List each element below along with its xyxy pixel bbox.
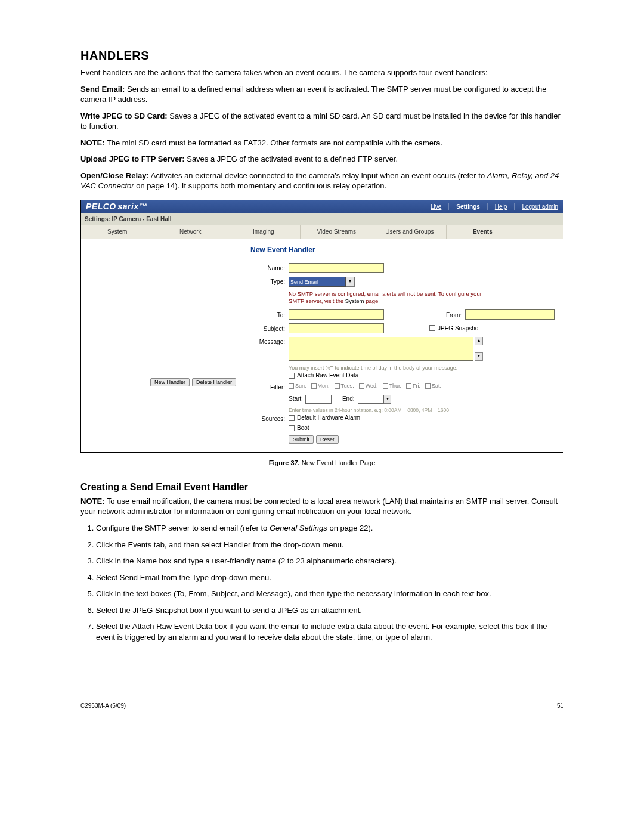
reset-button[interactable]: Reset — [316, 435, 339, 444]
relay-text1: Activates an external device connected t… — [151, 171, 487, 180]
note-sd-label: NOTE: — [80, 138, 104, 147]
tabs-row: System Network Imaging Video Streams Use… — [81, 225, 563, 239]
to-input[interactable] — [289, 309, 384, 320]
start-input[interactable] — [305, 395, 332, 404]
write-jpeg-label: Write JPEG to SD Card: — [80, 112, 168, 120]
message-hint: You may insert %T to indicate time of da… — [289, 364, 555, 371]
topbar-links: Live Settings Help Logout admin — [431, 203, 558, 211]
send-email-text: Sends an email to a defined email addres… — [80, 85, 546, 104]
day-thu[interactable]: Thur. — [383, 382, 402, 389]
footer-left: C2953M-A (5/09) — [80, 702, 126, 710]
bullet-upload-ftp: Upload JPEG to FTP Server: Saves a JPEG … — [80, 154, 564, 165]
new-handler-button[interactable]: New Handler — [150, 378, 190, 386]
brand-sub: sarix™ — [118, 202, 148, 211]
subject-label: Subject: — [250, 324, 285, 333]
warn-system-link[interactable]: System — [345, 298, 364, 304]
tab-video-streams[interactable]: Video Streams — [301, 225, 374, 239]
end-label: End: — [342, 395, 355, 403]
logout-link[interactable]: Logout admin — [522, 203, 558, 211]
type-selected-value: Send Email — [289, 277, 346, 287]
from-input[interactable] — [465, 309, 555, 320]
source-boot-checkbox[interactable] — [289, 425, 295, 431]
note-lan-label: NOTE: — [80, 497, 104, 506]
source-hardware-alarm-checkbox[interactable] — [289, 415, 295, 421]
subheading: Creating a Send Email Event Handler — [80, 481, 564, 494]
send-email-label: Send Email: — [80, 85, 125, 94]
steps-list: Configure the SMTP server to send email … — [80, 523, 564, 642]
day-sat[interactable]: Sat. — [425, 382, 441, 389]
panel-body: New Handler Delete Handler New Event Han… — [81, 239, 563, 453]
subject-input[interactable] — [289, 323, 384, 333]
brand-logo: PELCO — [86, 202, 116, 211]
bullet-relay: Open/Close Relay: Activates an external … — [80, 171, 564, 191]
message-input[interactable] — [289, 337, 473, 361]
step-4: Select Send Email from the Type drop-dow… — [96, 572, 564, 583]
day-mon[interactable]: Mon. — [311, 382, 330, 389]
relay-text2: on page 14). It supports both momentary … — [136, 181, 386, 190]
relay-label: Open/Close Relay: — [80, 171, 149, 180]
source-boot-label: Boot — [297, 424, 309, 432]
type-select[interactable]: Send Email ▾ — [289, 277, 355, 287]
filter-label: Filter: — [250, 382, 285, 392]
figure-text: New Event Handler Page — [302, 459, 376, 466]
step-6: Select the JPEG Snapshot box if you want… — [96, 605, 564, 616]
day-fri[interactable]: Fri. — [406, 382, 420, 389]
form-title: New Event Handler — [250, 245, 555, 255]
attach-raw-checkbox[interactable] — [289, 373, 295, 379]
note-lan-text: To use email notification, the camera mu… — [80, 497, 558, 516]
filter-days: Sun. Mon. Tues. Wed. Thur. Fri. Sat. — [289, 382, 441, 389]
figure-panel: PELCO sarix™ Live Settings Help Logout a… — [80, 200, 564, 453]
help-link[interactable]: Help — [495, 203, 507, 211]
delete-handler-button[interactable]: Delete Handler — [192, 378, 236, 386]
attach-raw-label: Attach Raw Event Data — [297, 371, 358, 380]
sidebar: New Handler Delete Handler — [81, 239, 242, 453]
sep-icon — [487, 203, 488, 210]
chevron-down-icon[interactable]: ▾ — [346, 277, 355, 287]
smtp-warning: No SMTP server is configured; email aler… — [289, 290, 491, 305]
topbar: PELCO sarix™ Live Settings Help Logout a… — [81, 200, 563, 213]
settings-link[interactable]: Settings — [456, 203, 479, 211]
tab-trailing[interactable] — [519, 225, 563, 239]
from-label: From: — [438, 310, 462, 320]
step-1: Configure the SMTP server to send email … — [96, 523, 564, 534]
chevron-down-icon[interactable]: ▾ — [384, 395, 391, 404]
sep-icon — [448, 203, 449, 210]
live-link[interactable]: Live — [431, 203, 441, 211]
scroll-down-icon[interactable]: ▾ — [475, 352, 483, 361]
warn-t2: page. — [366, 298, 380, 304]
bullet-write-jpeg: Write JPEG to SD Card: Saves a JPEG of t… — [80, 111, 564, 132]
step-5: Click in the text boxes (To, From, Subje… — [96, 589, 564, 599]
sources-label: Sources: — [250, 414, 285, 423]
jpeg-snapshot-checkbox[interactable] — [429, 325, 435, 331]
note-lan: NOTE: To use email notification, the cam… — [80, 496, 564, 517]
note-sd: NOTE: The mini SD card must be formatted… — [80, 138, 564, 148]
tab-users-groups[interactable]: Users and Groups — [373, 225, 447, 239]
submit-button[interactable]: Submit — [289, 435, 314, 444]
day-wed[interactable]: Wed. — [359, 382, 378, 389]
form-area: New Event Handler Name: Type: Send Email… — [242, 239, 563, 453]
tab-network[interactable]: Network — [154, 225, 228, 239]
step-2: Click the Events tab, and then select Ha… — [96, 540, 564, 550]
jpeg-snapshot-label: JPEG Snapshot — [438, 324, 480, 333]
warn-t1: No SMTP server is configured; email aler… — [289, 290, 482, 304]
tab-events[interactable]: Events — [447, 225, 520, 239]
note-sd-text: The mini SD card must be formatted as FA… — [107, 138, 442, 147]
step-3: Click in the Name box and type a user-fr… — [96, 556, 564, 566]
upload-ftp-label: Upload JPEG to FTP Server: — [80, 154, 185, 163]
start-label: Start: — [289, 395, 303, 403]
tab-system[interactable]: System — [81, 225, 154, 239]
day-sun[interactable]: Sun. — [289, 382, 306, 389]
name-label: Name: — [250, 263, 285, 272]
upload-ftp-text: Saves a JPEG of the activated event to a… — [187, 154, 398, 163]
bullet-send-email: Send Email: Sends an email to a defined … — [80, 84, 564, 105]
tab-imaging[interactable]: Imaging — [227, 225, 301, 239]
end-input[interactable] — [358, 395, 384, 404]
name-input[interactable] — [289, 263, 384, 273]
type-label: Type: — [250, 277, 285, 286]
source-hardware-alarm-label: Default Hardware Alarm — [297, 414, 360, 422]
scroll-up-icon[interactable]: ▴ — [475, 337, 483, 345]
to-label: To: — [250, 310, 285, 320]
day-tue[interactable]: Tues. — [335, 382, 354, 389]
intro-text: Event handlers are the actions that the … — [80, 67, 564, 78]
figure-label: Figure 37. — [269, 459, 300, 466]
